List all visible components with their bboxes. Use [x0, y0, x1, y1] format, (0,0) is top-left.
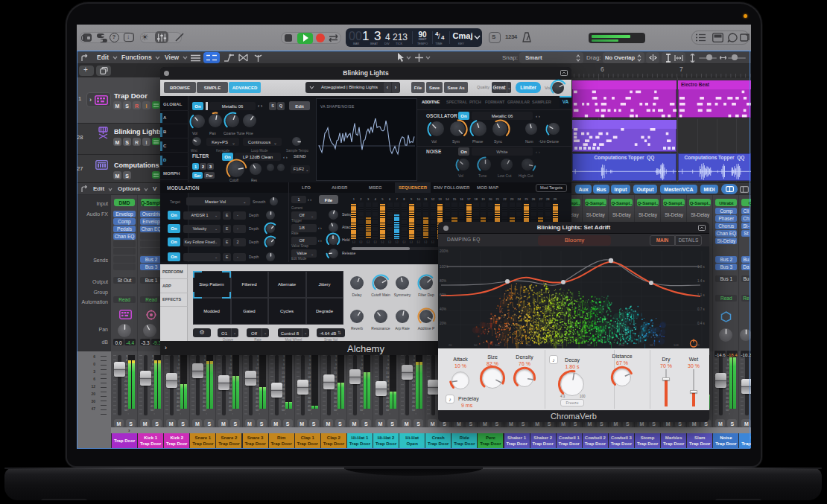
svg-text:45: 45: [256, 405, 259, 408]
svg-text:12: 12: [229, 367, 232, 370]
svg-text:21: 21: [124, 380, 127, 383]
svg-text:30: 30: [124, 392, 127, 395]
svg-text:12: 12: [386, 367, 389, 370]
svg-text:18: 18: [282, 376, 285, 379]
svg-text:50: 50: [124, 409, 127, 412]
svg-text:36: 36: [124, 397, 127, 400]
svg-text:3: 3: [335, 355, 337, 358]
svg-text:50: 50: [308, 409, 311, 412]
svg-text:30: 30: [412, 392, 415, 395]
svg-text:9: 9: [387, 363, 389, 366]
svg-text:45: 45: [124, 405, 127, 408]
svg-text:50: 50: [203, 409, 206, 412]
svg-text:45: 45: [386, 405, 389, 408]
svg-text:50: 50: [726, 409, 729, 412]
svg-text:45: 45: [308, 405, 311, 408]
svg-text:36: 36: [386, 397, 389, 400]
svg-text:0.7 s: 0.7 s: [697, 307, 706, 311]
svg-text:21: 21: [282, 380, 285, 383]
svg-text:3: 3: [361, 355, 363, 358]
svg-text:1.8 s: 1.8 s: [697, 265, 706, 269]
svg-text:3: 3: [257, 355, 259, 358]
svg-text:3: 3: [152, 355, 153, 358]
svg-text:50: 50: [150, 409, 153, 412]
svg-text:30: 30: [150, 392, 153, 395]
svg-text:28: 28: [203, 388, 206, 391]
svg-text:100: 100: [495, 343, 500, 347]
svg-text:40: 40: [282, 401, 285, 403]
svg-text:1K: 1K: [587, 343, 591, 347]
svg-text:3: 3: [283, 355, 285, 358]
svg-text:6: 6: [414, 359, 415, 362]
svg-text:6: 6: [361, 359, 363, 362]
svg-text:6: 6: [257, 359, 259, 362]
svg-text:36: 36: [256, 397, 259, 400]
svg-text:30: 30: [177, 392, 180, 395]
svg-text:3: 3: [414, 355, 415, 358]
svg-text:30: 30: [726, 392, 729, 395]
svg-text:9: 9: [727, 363, 729, 366]
svg-text:18: 18: [386, 376, 389, 379]
svg-text:40: 40: [412, 401, 415, 403]
svg-text:60%: 60%: [440, 293, 446, 297]
svg-text:40: 40: [203, 401, 206, 403]
svg-text:50: 50: [177, 409, 180, 412]
svg-text:21: 21: [203, 380, 206, 383]
svg-text:45: 45: [203, 405, 206, 408]
svg-text:50: 50: [282, 409, 285, 412]
svg-text:36: 36: [150, 397, 153, 400]
svg-text:9: 9: [414, 363, 415, 366]
svg-text:28: 28: [124, 388, 127, 391]
svg-text:9: 9: [152, 363, 153, 366]
svg-text:18: 18: [124, 376, 127, 379]
svg-text:40: 40: [726, 401, 729, 403]
svg-text:30: 30: [334, 392, 337, 395]
svg-text:36: 36: [412, 397, 415, 400]
svg-text:36: 36: [334, 397, 337, 400]
svg-text:50: 50: [474, 343, 478, 347]
svg-text:100%: 100%: [440, 265, 449, 269]
svg-text:30: 30: [256, 392, 259, 395]
svg-text:18: 18: [308, 376, 311, 379]
svg-text:12: 12: [308, 367, 311, 370]
svg-text:50: 50: [256, 409, 259, 412]
svg-text:15: 15: [308, 371, 311, 374]
svg-text:45: 45: [282, 405, 285, 408]
svg-text:12: 12: [334, 367, 337, 370]
svg-text:28: 28: [177, 388, 180, 391]
svg-text:28: 28: [726, 388, 729, 391]
svg-text:21: 21: [412, 380, 415, 383]
svg-text:24: 24: [124, 384, 127, 387]
svg-text:45: 45: [360, 405, 363, 408]
svg-text:6: 6: [230, 359, 232, 362]
svg-text:24: 24: [203, 384, 206, 387]
svg-text:9: 9: [283, 363, 285, 366]
svg-text:40: 40: [334, 401, 337, 403]
svg-text:12: 12: [726, 367, 729, 370]
svg-text:15: 15: [334, 371, 337, 374]
svg-text:45: 45: [726, 405, 729, 408]
svg-text:3: 3: [204, 355, 206, 358]
svg-text:20%: 20%: [440, 322, 446, 325]
svg-text:50: 50: [229, 409, 232, 412]
svg-text:45: 45: [334, 405, 337, 408]
svg-text:6: 6: [204, 359, 206, 362]
svg-text:40: 40: [177, 401, 180, 403]
svg-text:30: 30: [203, 392, 206, 395]
svg-text:12: 12: [256, 367, 259, 370]
svg-text:9: 9: [178, 363, 180, 366]
svg-text:50: 50: [412, 409, 415, 412]
svg-text:9: 9: [204, 363, 206, 366]
svg-text:9: 9: [126, 363, 127, 366]
svg-text:80%: 80%: [440, 279, 446, 283]
svg-text:6: 6: [152, 359, 153, 362]
svg-text:9: 9: [230, 363, 232, 366]
svg-text:36: 36: [308, 397, 311, 400]
svg-text:50: 50: [360, 409, 363, 412]
svg-text:6: 6: [727, 359, 729, 362]
svg-text:15: 15: [282, 371, 285, 374]
svg-text:24: 24: [360, 384, 363, 387]
svg-text:1.4 s: 1.4 s: [697, 279, 706, 283]
svg-text:36: 36: [229, 397, 232, 400]
svg-text:36: 36: [726, 397, 729, 400]
